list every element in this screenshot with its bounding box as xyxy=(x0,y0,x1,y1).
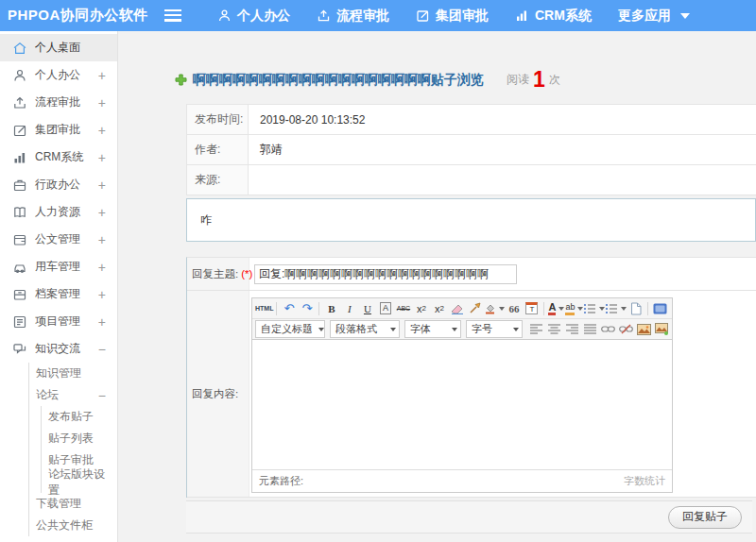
sidebar-item-post-list[interactable]: 贴子列表 xyxy=(42,428,117,449)
sidebar-item-personal-desktop[interactable]: 个人桌面 xyxy=(0,34,117,61)
sidebar-item-human-resources[interactable]: 人力资源 + xyxy=(0,198,117,226)
post-content-box: 咋 xyxy=(186,198,756,242)
new-page-icon[interactable] xyxy=(627,300,644,317)
html-source-button[interactable]: HTML xyxy=(255,300,273,317)
hamburger-menu-icon[interactable] xyxy=(164,9,181,22)
sidebar-item-crm[interactable]: CRM系统 + xyxy=(0,144,117,171)
sidebar-item-post-create[interactable]: 发布贴子 xyxy=(42,406,117,428)
reply-subject-input[interactable] xyxy=(254,264,517,284)
source-value xyxy=(249,165,756,195)
strikethrough-button[interactable]: ABC xyxy=(394,300,412,317)
sidebar-item-group-approval[interactable]: 集团审批 + xyxy=(0,116,117,144)
knowledge-submenu: 知识管理 论坛 − 发布贴子 贴子列表 贴子审批 论坛版块设置 下载管理 公共文… xyxy=(28,363,117,536)
font-family-select[interactable]: 字体 xyxy=(404,320,461,338)
reply-content-row: 回复内容: HTML ↶ ↷ B I U A ABC x2 xyxy=(187,291,756,498)
caret-down-icon xyxy=(680,13,690,19)
home-icon xyxy=(12,41,27,56)
upload-icon xyxy=(317,8,331,23)
bold-button[interactable]: B xyxy=(322,300,340,317)
word-count-label: 字数统计 xyxy=(624,474,665,488)
align-right-icon[interactable] xyxy=(563,321,581,338)
editor-statusbar: 元素路径: 字数统计 xyxy=(252,469,672,492)
link-icon[interactable] xyxy=(599,321,617,338)
ordered-list-icon[interactable] xyxy=(583,300,605,317)
sidebar-item-knowledge-mgmt[interactable]: 知识管理 xyxy=(29,363,117,384)
reply-post-button[interactable]: 回复贴子 xyxy=(668,506,742,529)
blockquote-button[interactable]: 66 xyxy=(505,300,523,317)
post-content-text: 咋 xyxy=(200,212,212,229)
author-value: 郭靖 xyxy=(249,135,756,164)
page-title: 啊啊啊啊啊啊啊啊啊啊啊啊啊啊啊啊啊啊贴子浏览 xyxy=(193,72,484,89)
read-label: 阅读 xyxy=(507,72,529,88)
sidebar-item-forum-board-settings[interactable]: 论坛版块设置 xyxy=(42,471,117,493)
nav-group-approval[interactable]: 集团审批 xyxy=(416,8,489,25)
highlight-color-button[interactable]: ab xyxy=(565,300,583,317)
read-count: 1 xyxy=(533,69,545,91)
caret-down-icon xyxy=(558,307,564,311)
nav-crm[interactable]: CRM系统 xyxy=(515,8,592,25)
format-painter-icon[interactable] xyxy=(466,300,484,317)
sidebar-item-public-file-cabinet[interactable]: 公共文件柜 xyxy=(29,515,117,536)
sidebar-item-admin-office[interactable]: 行政办公 + xyxy=(0,171,117,198)
car-icon xyxy=(12,260,27,275)
media-icon[interactable] xyxy=(671,321,672,338)
align-justify-icon[interactable] xyxy=(581,321,599,338)
subscript-button[interactable]: x2 xyxy=(430,300,448,317)
sidebar-item-archives[interactable]: 档案管理 + xyxy=(0,280,117,308)
source-label: 来源: xyxy=(187,165,249,195)
undo-button[interactable]: ↶ xyxy=(280,300,298,317)
person-icon xyxy=(217,8,232,23)
archive-icon xyxy=(12,287,27,302)
nav-workflow-approval[interactable]: 流程审批 xyxy=(317,8,389,25)
custom-heading-select[interactable]: 自定义标题 xyxy=(255,320,325,338)
insert-date-button[interactable]: T xyxy=(523,300,541,317)
remove-format-icon[interactable] xyxy=(448,300,466,317)
table-row: 发布时间: 2019-08-20 10:13:52 xyxy=(187,105,756,135)
element-path-label: 元素路径: xyxy=(259,474,303,488)
edit-icon xyxy=(416,8,430,23)
caret-down-icon xyxy=(513,328,519,331)
format-block-button[interactable]: A xyxy=(376,300,394,317)
page-title-row: 啊啊啊啊啊啊啊啊啊啊啊啊啊啊啊啊啊啊贴子浏览 阅读 1 次 xyxy=(175,69,560,91)
bar-chart-icon xyxy=(515,8,529,23)
font-size-select[interactable]: 字号 xyxy=(466,320,523,338)
image-icon[interactable] xyxy=(635,321,653,338)
sidebar-item-forum[interactable]: 论坛 − xyxy=(29,384,117,406)
project-icon xyxy=(12,314,27,330)
font-color-button[interactable]: A xyxy=(547,300,565,317)
reply-subject-row: 回复主题: (*) xyxy=(187,258,756,291)
sidebar-item-personal-office[interactable]: 个人办公 + xyxy=(0,61,117,89)
unordered-list-icon[interactable] xyxy=(605,300,627,317)
sidebar-item-knowledge-exchange[interactable]: 知识交流 − xyxy=(0,335,117,363)
align-center-icon[interactable] xyxy=(545,321,563,338)
multi-image-icon[interactable] xyxy=(653,321,671,338)
align-left-icon[interactable] xyxy=(527,321,545,338)
publish-time-label: 发布时间: xyxy=(187,105,249,134)
unlink-icon[interactable] xyxy=(617,321,635,338)
fullscreen-icon[interactable] xyxy=(651,300,669,317)
reply-content-label: 回复内容: xyxy=(187,291,249,497)
nav-personal-office[interactable]: 个人办公 xyxy=(217,8,290,25)
caret-down-icon xyxy=(318,328,324,331)
editor-content-area[interactable] xyxy=(252,340,672,469)
sidebar-item-vehicle[interactable]: 用车管理 + xyxy=(0,253,117,280)
read-suffix: 次 xyxy=(549,72,560,88)
superscript-button[interactable]: x2 xyxy=(412,300,430,317)
plus-icon xyxy=(175,74,187,86)
rich-text-editor: HTML ↶ ↷ B I U A ABC x2 x2 xyxy=(251,297,673,493)
underline-button[interactable]: U xyxy=(358,300,376,317)
sidebar-item-projects[interactable]: 项目管理 + xyxy=(0,308,117,335)
italic-button[interactable]: I xyxy=(340,300,358,317)
paragraph-format-select[interactable]: 段落格式 xyxy=(330,320,400,338)
sidebar-item-official-docs[interactable]: 公文管理 + xyxy=(0,226,117,253)
sidebar-item-workflow-approval[interactable]: 流程审批 + xyxy=(0,89,117,116)
redo-button[interactable]: ↷ xyxy=(298,300,316,317)
sidebar-item-download-mgmt[interactable]: 下载管理 xyxy=(29,493,117,515)
topbar: PHPOA协同办公软件 个人办公 流程审批 集团审批 CRM系统 更多应用 xyxy=(0,0,756,31)
reply-subject-label: 回复主题: (*) xyxy=(187,258,249,290)
fill-color-icon[interactable] xyxy=(484,300,505,317)
post-info-table: 发布时间: 2019-08-20 10:13:52 作者: 郭靖 来源: xyxy=(186,104,756,195)
main-content: 啊啊啊啊啊啊啊啊啊啊啊啊啊啊啊啊啊啊贴子浏览 阅读 1 次 发布时间: 2019… xyxy=(118,31,756,542)
nav-more-apps[interactable]: 更多应用 xyxy=(618,8,690,25)
caret-down-icon xyxy=(390,328,396,331)
